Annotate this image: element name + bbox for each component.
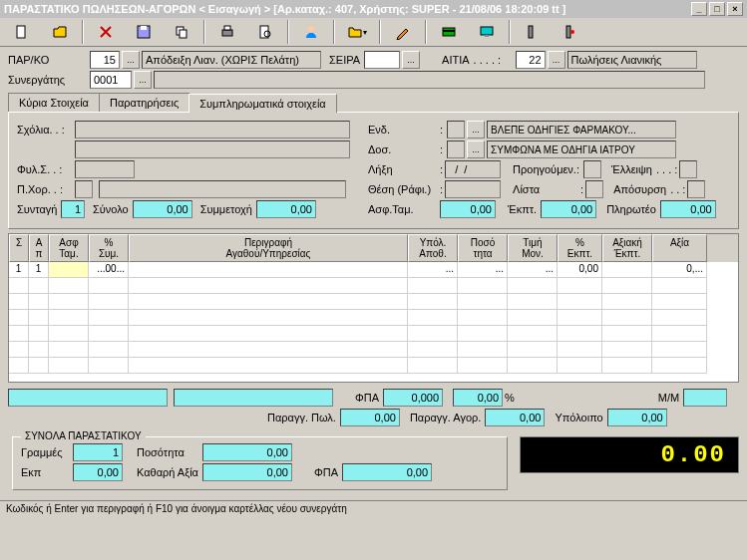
copy-icon[interactable] <box>164 20 199 44</box>
preview-icon[interactable] <box>247 20 283 44</box>
tab-notes[interactable]: Παρατηρήσεις <box>99 93 189 112</box>
seira-label: ΣΕΙΡΑ <box>329 54 362 66</box>
ekp-val <box>73 463 123 481</box>
tab-main[interactable]: Κύρια Στοιχεία <box>8 93 100 112</box>
tool1-icon[interactable] <box>515 20 551 44</box>
user-icon[interactable] <box>293 20 329 44</box>
folder-icon[interactable]: ▾ <box>339 20 375 44</box>
fpa-input <box>383 389 443 407</box>
col-desc[interactable]: Περιγραφή Αγαθού/Υπηρεσίας <box>129 234 408 262</box>
elleipsi-input <box>679 160 697 178</box>
fyls-input[interactable] <box>75 160 135 178</box>
synergatis-input[interactable] <box>90 71 132 89</box>
fyls-label: Φυλ.Σ. . : <box>17 163 73 175</box>
thesi-input[interactable] <box>445 180 501 198</box>
pxor-label: Π.Χορ. . : <box>17 183 73 195</box>
seira-lookup-button[interactable]: ... <box>402 51 420 69</box>
maximize-button[interactable]: □ <box>709 2 725 16</box>
save-icon[interactable] <box>126 20 162 44</box>
ekpt-label: Έκπτ. <box>508 203 539 215</box>
pxor2-input[interactable] <box>99 180 346 198</box>
sxolia-input[interactable] <box>75 121 350 139</box>
close-button[interactable]: × <box>727 2 743 16</box>
col-posot[interactable]: Ποσό τητα <box>458 234 508 262</box>
col-ypol[interactable]: Υπόλ. Αποθ. <box>408 234 458 262</box>
paraggpol-input <box>340 409 400 426</box>
syntagi-label: Συνταγή <box>17 203 59 215</box>
synergatis-label: Συνεργάτης <box>8 74 88 86</box>
open-icon[interactable] <box>42 20 78 44</box>
mm-label: Μ/Μ <box>658 392 681 404</box>
mm-input <box>683 389 727 407</box>
col-ap[interactable]: Α π <box>29 234 49 262</box>
end-label: Ενδ. <box>368 124 438 136</box>
print-icon[interactable] <box>209 20 245 44</box>
ypoloipo-input <box>607 409 667 426</box>
delete-icon[interactable] <box>88 20 124 44</box>
svg-rect-4 <box>180 30 187 38</box>
symmetoxi-label: Συμμετοχή <box>200 203 254 215</box>
ekpt-input <box>541 200 596 218</box>
col-s[interactable]: Σ <box>9 234 29 262</box>
status-bar: Κωδικός ή Enter για περιγραφή ή F10 για … <box>0 500 747 516</box>
svg-rect-15 <box>566 26 570 38</box>
data-grid[interactable]: Σ Α π Ασφ Ταμ. % Συμ. Περιγραφή Αγαθού/Υ… <box>8 233 739 383</box>
lixi-input[interactable] <box>445 160 501 178</box>
sxolia2-input[interactable] <box>75 140 350 158</box>
col-asf[interactable]: Ασφ Ταμ. <box>49 234 89 262</box>
symmetoxi-input <box>256 200 316 218</box>
monitor-icon[interactable] <box>469 20 505 44</box>
synolo-label: Σύνολο <box>93 203 131 215</box>
end-desc <box>487 121 676 139</box>
syntagi-input[interactable] <box>61 200 85 218</box>
lista-label: Λίστα <box>513 183 578 195</box>
col-aksekpt[interactable]: Αξιακή Έκπτ. <box>602 234 652 262</box>
parko-input[interactable] <box>90 51 120 69</box>
tabs: Κύρια Στοιχεία Παρατηρήσεις Συμπληρωματι… <box>8 93 739 112</box>
col-ekpt[interactable]: % Εκπτ. <box>558 234 602 262</box>
parko-lookup-button[interactable]: ... <box>122 51 140 69</box>
pct-input <box>453 389 503 407</box>
grammes-val <box>73 443 123 461</box>
seira-input[interactable] <box>364 51 400 69</box>
table-row[interactable]: 1 1 ...00... ... ... ... 0,00 0,... <box>9 262 738 278</box>
dos-desc <box>487 140 676 158</box>
minimize-button[interactable]: _ <box>691 2 707 16</box>
pliroteo-input <box>660 200 716 218</box>
aitia-lookup-button[interactable]: ... <box>548 51 565 69</box>
dos-lookup[interactable]: ... <box>467 140 485 158</box>
pliroteo-label: Πληρωτέο <box>606 203 658 215</box>
desc2-input[interactable] <box>174 389 333 407</box>
aitia-input[interactable] <box>516 51 546 69</box>
parko-label: ΠΑΡ/ΚΟ <box>8 54 88 66</box>
window-title: ΠΑΡΑΣΤΑΤΙΚΟ ΠΩΛΗΣΕΩΝ-ΑΓΟΡΩΝ < Εισαγωγή >… <box>4 3 565 15</box>
paraggagor-input <box>485 409 545 426</box>
svg-rect-12 <box>481 27 493 35</box>
dos-label: Δοσ. <box>368 143 438 155</box>
card-icon[interactable] <box>431 20 467 44</box>
svg-rect-5 <box>222 30 232 36</box>
pxor-input[interactable] <box>75 180 93 198</box>
elleipsi-label: Έλλειψη <box>611 163 654 175</box>
tool2-icon[interactable] <box>553 20 588 44</box>
paraggagor-label: Παραγγ. Αγορ. <box>410 412 484 423</box>
totfpa-label: ΦΠΑ <box>314 466 340 478</box>
synolo-input <box>133 200 192 218</box>
col-aksia[interactable]: Αξία <box>652 234 707 262</box>
aposyrsi-label: Απόσυρση <box>613 183 668 195</box>
edit-icon[interactable] <box>385 20 421 44</box>
svg-point-9 <box>308 26 314 32</box>
tab-supplementary[interactable]: Συμπληρωματικά στοιχεία <box>188 94 337 113</box>
col-sym[interactable]: % Συμ. <box>89 234 129 262</box>
col-timi[interactable]: Τιμή Μον. <box>508 234 558 262</box>
paraggpol-label: Παραγγ. Πωλ. <box>267 412 338 423</box>
ekp-label: Εκπ <box>21 466 71 478</box>
synergatis-lookup-button[interactable]: ... <box>134 71 152 89</box>
new-icon[interactable] <box>4 20 40 44</box>
titlebar: ΠΑΡΑΣΤΑΤΙΚΟ ΠΩΛΗΣΕΩΝ-ΑΓΟΡΩΝ < Εισαγωγή >… <box>0 0 747 18</box>
desc-large-input[interactable] <box>8 389 168 407</box>
end-lookup[interactable]: ... <box>467 121 485 139</box>
ypoloipo-label: Υπόλοιπο <box>555 412 604 423</box>
svg-rect-0 <box>17 26 25 38</box>
active-cell[interactable] <box>49 262 89 278</box>
